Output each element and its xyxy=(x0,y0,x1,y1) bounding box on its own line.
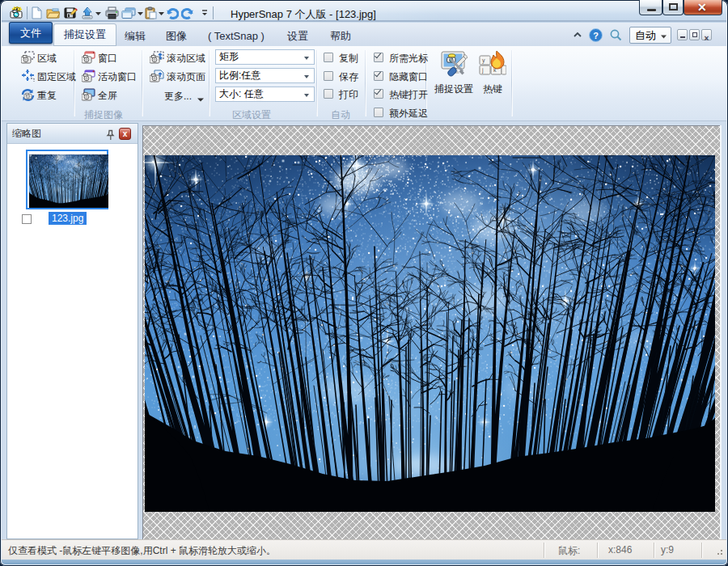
svg-text:j: j xyxy=(481,67,484,74)
svg-text:y: y xyxy=(482,57,485,64)
svg-text:?: ? xyxy=(593,30,599,40)
